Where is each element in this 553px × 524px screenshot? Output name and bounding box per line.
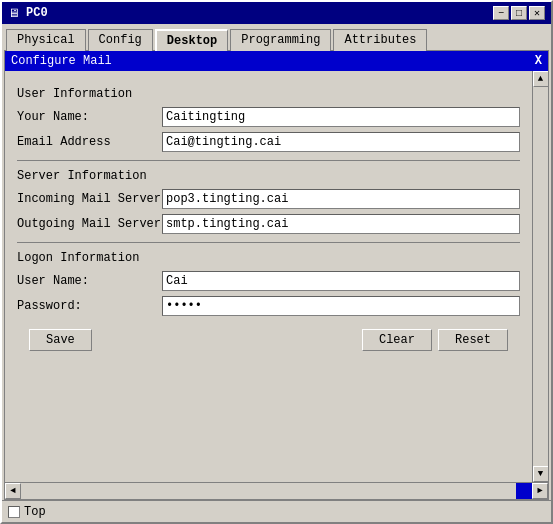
email-address-row: Email Address: [17, 132, 520, 152]
incoming-mail-input[interactable]: [162, 189, 520, 209]
configure-mail-title: Configure Mail: [11, 54, 112, 68]
horizontal-scrollbar: ◄ ►: [5, 482, 548, 499]
user-info-section-label: User Information: [17, 87, 520, 101]
form-area: User Information Your Name: Email Addres…: [5, 71, 532, 482]
scroll-left-button[interactable]: ◄: [5, 483, 21, 499]
outgoing-mail-input[interactable]: [162, 214, 520, 234]
email-address-input[interactable]: [162, 132, 520, 152]
password-input[interactable]: [162, 296, 520, 316]
your-name-input[interactable]: [162, 107, 520, 127]
divider-1: [17, 160, 520, 161]
scroll-right-button[interactable]: ►: [532, 483, 548, 499]
configure-mail-header: Configure Mail X: [5, 51, 548, 71]
minimize-button[interactable]: −: [493, 6, 509, 20]
your-name-label: Your Name:: [17, 110, 162, 124]
scroll-thumb-h[interactable]: [516, 483, 532, 499]
configure-mail-close[interactable]: X: [535, 54, 542, 68]
main-window: 🖥 PC0 − □ ✕ Physical Config Desktop Prog…: [0, 0, 553, 524]
divider-2: [17, 242, 520, 243]
save-button[interactable]: Save: [29, 329, 92, 351]
bottom-bar: Top: [2, 500, 551, 522]
window-icon: 🖥: [8, 6, 22, 20]
tab-programming[interactable]: Programming: [230, 29, 331, 51]
your-name-row: Your Name:: [17, 107, 520, 127]
email-address-label: Email Address: [17, 135, 162, 149]
tab-config[interactable]: Config: [88, 29, 153, 51]
outgoing-mail-label: Outgoing Mail Server: [17, 217, 162, 231]
server-info-section-label: Server Information: [17, 169, 520, 183]
window-title: PC0: [26, 6, 48, 20]
main-content: User Information Your Name: Email Addres…: [5, 71, 548, 482]
password-label: Password:: [17, 299, 162, 313]
vertical-scrollbar: ▲ ▼: [532, 71, 548, 482]
user-name-input[interactable]: [162, 271, 520, 291]
button-row: Save Clear Reset: [17, 321, 520, 359]
close-button[interactable]: ✕: [529, 6, 545, 20]
top-checkbox[interactable]: [8, 506, 20, 518]
user-name-row: User Name:: [17, 271, 520, 291]
tab-attributes[interactable]: Attributes: [333, 29, 427, 51]
password-row: Password:: [17, 296, 520, 316]
tab-physical[interactable]: Physical: [6, 29, 86, 51]
incoming-mail-row: Incoming Mail Server: [17, 189, 520, 209]
reset-button[interactable]: Reset: [438, 329, 508, 351]
scroll-track-h: [21, 483, 532, 499]
logon-info-section-label: Logon Information: [17, 251, 520, 265]
title-bar: 🖥 PC0 − □ ✕: [2, 2, 551, 24]
maximize-button[interactable]: □: [511, 6, 527, 20]
user-name-label: User Name:: [17, 274, 162, 288]
clear-button[interactable]: Clear: [362, 329, 432, 351]
tab-desktop[interactable]: Desktop: [155, 29, 228, 51]
tab-bar: Physical Config Desktop Programming Attr…: [2, 24, 551, 50]
incoming-mail-label: Incoming Mail Server: [17, 192, 162, 206]
title-bar-left: 🖥 PC0: [8, 6, 48, 20]
top-checkbox-label: Top: [24, 505, 46, 519]
outgoing-mail-row: Outgoing Mail Server: [17, 214, 520, 234]
scroll-up-button[interactable]: ▲: [533, 71, 549, 87]
content-area: Configure Mail X User Information Your N…: [4, 50, 549, 500]
scroll-down-button[interactable]: ▼: [533, 466, 549, 482]
title-buttons: − □ ✕: [493, 6, 545, 20]
